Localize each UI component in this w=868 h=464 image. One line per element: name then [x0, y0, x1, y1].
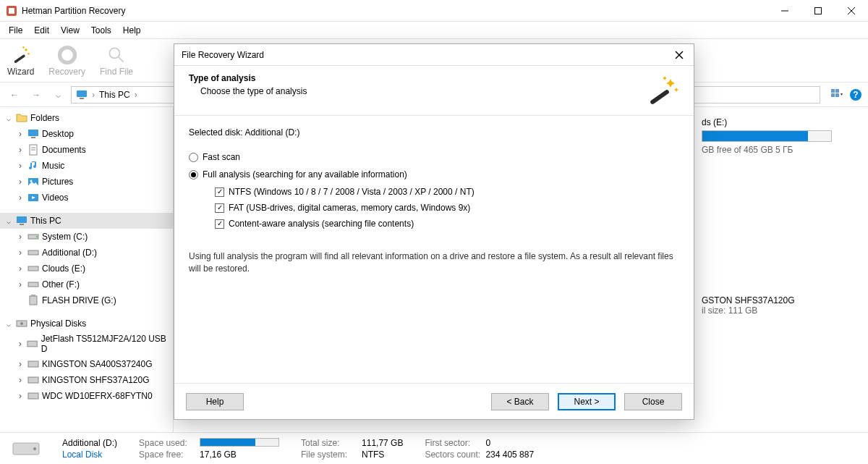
toolbar-recovery[interactable]: Recovery — [48, 45, 85, 77]
monitor-icon — [16, 215, 27, 227]
wand-icon — [11, 45, 31, 65]
chevron-right-icon[interactable] — [16, 339, 24, 349]
dialog-header: Type of analysis Choose the type of anal… — [174, 66, 694, 116]
search-icon — [106, 45, 127, 65]
nav-history-dropdown[interactable]: ⌵ — [49, 86, 67, 104]
status-sectors-count-label: Sectors count: — [425, 450, 481, 460]
tree-item-flashdrive-g[interactable]: FLASH DRIVE (G:) — [0, 292, 173, 308]
help-button[interactable]: Help — [186, 393, 244, 410]
dialog-close-button[interactable] — [672, 48, 686, 62]
toolbar-findfile[interactable]: Find File — [100, 45, 133, 77]
tree-item-desktop[interactable]: Desktop — [0, 126, 173, 142]
tree-item-label: System (C:) — [42, 232, 88, 242]
chevron-right-icon[interactable] — [16, 248, 25, 258]
chevron-down-icon[interactable] — [4, 217, 13, 225]
checkbox-checked-icon — [215, 203, 224, 213]
chevron-down-icon[interactable] — [4, 320, 13, 328]
status-bar: Additional (D:) Local Disk Space used: S… — [0, 432, 868, 464]
next-button[interactable]: Next > — [558, 393, 616, 410]
chevron-right-icon[interactable] — [16, 375, 25, 385]
tree-item-clouds-e[interactable]: Clouds (E:) — [0, 261, 173, 277]
tree-item-label: Desktop — [42, 129, 74, 139]
breadcrumb-root[interactable]: This PC — [99, 90, 130, 100]
checkbox-content-aware[interactable]: Content-aware analysis (searching file c… — [215, 219, 679, 229]
status-space-free-label: Space free: — [139, 450, 195, 460]
tree-item-kingston-sa400[interactable]: KINGSTON SA400S37240G — [0, 356, 173, 372]
tree-item-kingston-shfs[interactable]: KINGSTON SHFS37A120G — [0, 372, 173, 388]
tree-item-music[interactable]: Music — [0, 158, 173, 174]
dialog-titlebar: File Recovery Wizard — [174, 44, 694, 66]
checkbox-ntfs[interactable]: NTFS (Windows 10 / 8 / 7 / 2008 / Vista … — [215, 187, 679, 197]
disk-size-fragment: il size: 111 GB — [702, 305, 854, 316]
status-first-sector: 0 — [485, 438, 490, 448]
tree-item-jetflash[interactable]: JetFlash TS512MJF2A/120 USB D — [0, 332, 173, 356]
tree-section-thispc[interactable]: This PC — [0, 213, 173, 229]
chevron-down-icon[interactable] — [4, 114, 13, 122]
hdd-icon — [16, 318, 27, 329]
back-button[interactable]: < Back — [491, 393, 549, 410]
svg-rect-15 — [831, 89, 835, 93]
chevron-right-icon[interactable] — [16, 279, 25, 290]
tree-item-label: Other (F:) — [42, 279, 80, 290]
close-button[interactable]: Close — [624, 393, 682, 410]
toolbar-findfile-label: Find File — [100, 67, 133, 77]
drive-icon — [12, 439, 41, 459]
nav-forward-button[interactable]: → — [27, 86, 45, 104]
menu-view[interactable]: View — [55, 24, 85, 37]
tree-item-documents[interactable]: Documents — [0, 142, 173, 158]
toolbar-wizard[interactable]: Wizard — [7, 45, 34, 77]
tree-item-system-c[interactable]: System (C:) — [0, 229, 173, 245]
tree-section-folders[interactable]: Folders — [0, 110, 173, 126]
svg-point-45 — [33, 447, 36, 450]
chevron-right-icon[interactable] — [16, 177, 25, 187]
status-first-sector-label: First sector: — [425, 438, 481, 448]
radio-fast-scan[interactable]: Fast scan — [189, 152, 679, 162]
menu-help[interactable]: Help — [117, 24, 147, 37]
tree-item-label: Music — [42, 161, 64, 171]
svg-rect-3 — [815, 7, 822, 14]
tree-item-additional-d[interactable]: Additional (D:) — [0, 245, 173, 261]
chevron-right-icon[interactable] — [16, 145, 25, 155]
checkbox-fat[interactable]: FAT (USB-drives, digital cameras, memory… — [215, 203, 679, 213]
svg-rect-13 — [77, 90, 87, 97]
dialog-title: File Recovery Wizard — [182, 50, 672, 60]
chevron-right-icon[interactable] — [16, 263, 25, 274]
chevron-right-icon[interactable] — [16, 232, 25, 242]
menu-tools[interactable]: Tools — [85, 24, 117, 37]
volume-info-clouds: ds (E:) GB free of 465 GB 5 ГБ — [702, 117, 854, 155]
chevron-right-icon[interactable] — [16, 161, 25, 171]
view-options-button[interactable] — [830, 88, 843, 101]
menu-file[interactable]: File — [3, 24, 28, 37]
radio-full-analysis[interactable]: Full analysis (searching for any availab… — [189, 169, 679, 180]
window-close-button[interactable] — [835, 0, 868, 21]
tree-section-physical[interactable]: Physical Disks — [0, 316, 173, 332]
tree-item-label: Clouds (E:) — [42, 263, 85, 274]
svg-point-8 — [27, 52, 30, 54]
svg-point-39 — [20, 322, 23, 325]
checkbox-checked-icon — [215, 219, 224, 229]
tree-item-wdc[interactable]: WDC WD10EFRX-68FYTN0 — [0, 388, 173, 404]
chevron-right-icon[interactable] — [16, 129, 25, 139]
help-button-label: Help — [206, 397, 224, 407]
svg-line-12 — [119, 56, 124, 62]
window-maximize-button[interactable] — [801, 0, 835, 21]
tree-item-label: Additional (D:) — [42, 248, 97, 258]
chevron-right-icon[interactable] — [16, 193, 25, 203]
volume-free-text: GB free of 465 GB 5 ГБ — [702, 145, 854, 155]
wand-icon — [644, 73, 679, 108]
tree-item-label: Pictures — [42, 177, 73, 187]
volume-name: ds (E:) — [702, 117, 854, 127]
tree-item-pictures[interactable]: Pictures — [0, 174, 173, 190]
tree-item-other-f[interactable]: Other (F:) — [0, 277, 173, 292]
chevron-right-icon[interactable] — [16, 359, 25, 369]
nav-back-button[interactable]: ← — [6, 86, 23, 104]
tree-item-label: Videos — [42, 193, 68, 203]
tree-item-videos[interactable]: Videos — [0, 190, 173, 206]
hdd-icon — [27, 358, 39, 370]
svg-rect-18 — [835, 93, 839, 97]
chevron-right-icon[interactable] — [16, 391, 25, 401]
menu-bar: File Edit View Tools Help — [0, 22, 868, 39]
window-minimize-button[interactable] — [768, 0, 801, 21]
menu-edit[interactable]: Edit — [28, 24, 55, 37]
help-icon[interactable]: ? — [849, 88, 862, 101]
